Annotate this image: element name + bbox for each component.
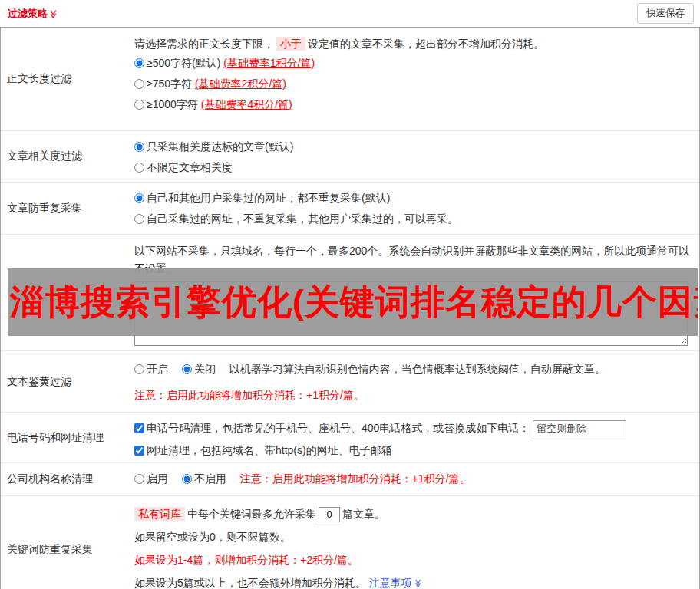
double-chevron-down-icon: ≫ [48, 9, 58, 18]
relevance-strict-option[interactable]: 只采集相关度达标的文章(默认) [134, 140, 293, 153]
watermark-banner: 淄博搜索引擎优化(关键词排名稳定的几个因素 [8, 268, 698, 336]
dedup-self-radio[interactable] [134, 214, 144, 224]
lessthan-highlight: 小于 [276, 37, 305, 51]
company-off-radio[interactable] [182, 474, 192, 484]
company-off-option[interactable]: 不启用 [182, 472, 226, 485]
keyword-note-free: 如果设为5篇或以上，也不会额外增加积分消耗。 注意事项≫ [134, 571, 693, 589]
row-label: 正文长度过滤 [1, 28, 131, 130]
keyword-limit-line: 私有词库中每个关键词最多允许采集篇文章。 [134, 502, 693, 525]
porn-off-option[interactable]: 关闭 [182, 363, 216, 375]
private-lexicon-highlight: 私有词库 [134, 507, 185, 521]
url-clean-checkbox[interactable] [134, 446, 144, 456]
phone-clean-option[interactable]: 电话号码清理，包括常见的手机号、座机号、400电话格式，或替换成如下电话： [134, 422, 530, 434]
length-option-500-label[interactable]: ≥500字符(默认) (基础费率1积分/篇) [134, 57, 315, 69]
row-keyword-dedup: 关键词防重复采集 私有词库中每个关键词最多允许采集篇文章。 如果留空或设为0，则… [1, 496, 699, 589]
dedup-all-option[interactable]: 自己和其他用户采集过的网址，都不重复采集(默认) [134, 192, 390, 204]
page-header: 过滤策略≫ 快速保存 [0, 0, 700, 27]
length-option-500: ≥500字符(默认) (基础费率1积分/篇) [134, 53, 693, 74]
length-option-1000: ≥1000字符 (基础费率4积分/篇) [134, 94, 693, 115]
phone-clean-checkbox[interactable] [134, 423, 144, 433]
row-porn-filter: 文本鉴黄过滤 开启 关闭 以机器学习算法自动识别色情内容，当色情概率达到系统阈值… [1, 351, 699, 413]
relevance-any-radio[interactable] [134, 163, 144, 173]
length-1000-radio[interactable] [134, 100, 144, 110]
row-length-filter: 正文长度过滤 请选择需求的正文长度下限，小于设定值的文章不采集，超出部分不增加积… [1, 28, 699, 131]
filter-strategy-label: 过滤策略 [8, 8, 48, 19]
company-clean-note: 注意：启用此功能将增加积分消耗：+1积分/篇。 [240, 472, 471, 485]
keyword-note-unlimited: 如果留空或设为0，则不限篇数。 [134, 525, 693, 548]
relevance-strict-radio[interactable] [134, 142, 144, 152]
row-relevance-filter: 文章相关度过滤 只采集相关度达标的文章(默认) 不限定文章相关度 [1, 131, 699, 183]
rate-note: (基础费率2积分/篇) [195, 77, 286, 90]
length-option-1000-label[interactable]: ≥1000字符 (基础费率4积分/篇) [134, 98, 292, 110]
filter-strategy-toggle[interactable]: 过滤策略≫ [8, 7, 58, 21]
relevance-any-option[interactable]: 不限定文章相关度 [134, 161, 233, 173]
keyword-note-cost: 如果设为1-4篇，则增加积分消耗：+2积分/篇。 [134, 548, 693, 571]
porn-filter-desc: 以机器学习算法自动识别色情内容，当色情概率达到系统阈值，自动屏蔽文章。 [229, 363, 606, 375]
dedup-all-radio[interactable] [134, 193, 144, 203]
replacement-phone-input[interactable] [533, 420, 626, 436]
porn-on-option[interactable]: 开启 [134, 363, 168, 375]
porn-off-radio[interactable] [182, 364, 192, 374]
row-label: 文章相关度过滤 [1, 131, 131, 182]
rate-note: (基础费率1积分/篇) [223, 57, 315, 69]
row-phone-url-clean: 电话号码和网址清理 电话号码清理，包括常见的手机号、座机号、400电话格式，或替… [1, 413, 699, 463]
watermark-text: 淄博搜索引擎优化(关键词排名稳定的几个因素 [8, 279, 698, 325]
rate-note: (基础费率4积分/篇) [201, 98, 292, 110]
double-chevron-down-icon: ≫ [406, 579, 429, 588]
quick-save-button[interactable]: 快速保存 [637, 3, 694, 24]
dedup-self-option[interactable]: 自己采集过的网址，不重复采集，其他用户采集过的，可以再采。 [134, 212, 458, 225]
company-on-option[interactable]: 启用 [134, 472, 168, 485]
url-clean-option[interactable]: 网址清理，包括纯域名、带http(s)的网址、电子邮箱 [134, 444, 392, 456]
row-dedup-filter: 文章防重复采集 自己和其他用户采集过的网址，都不重复采集(默认) 自己采集过的网… [1, 183, 699, 235]
porn-on-radio[interactable] [134, 364, 144, 374]
length-750-radio[interactable] [134, 79, 144, 89]
row-label: 文章防重复采集 [1, 183, 131, 234]
notice-link[interactable]: 注意事项≫ [369, 577, 423, 589]
length-filter-desc: 请选择需求的正文长度下限，小于设定值的文章不采集，超出部分不增加积分消耗。 [134, 35, 693, 53]
row-company-clean: 公司机构名称清理 启用 不启用 注意：启用此功能将增加积分消耗：+1积分/篇。 [1, 463, 699, 496]
length-option-750: ≥750字符 (基础费率2积分/篇) [134, 74, 693, 94]
row-label: 电话号码和网址清理 [1, 413, 131, 462]
company-on-radio[interactable] [134, 474, 144, 484]
row-label: 关键词防重复采集 [1, 496, 131, 589]
row-label: 公司机构名称清理 [1, 463, 131, 495]
porn-filter-note: 注意：启用此功能将增加积分消耗：+1积分/篇。 [134, 386, 693, 404]
length-500-radio[interactable] [134, 58, 144, 68]
length-option-750-label[interactable]: ≥750字符 (基础费率2积分/篇) [134, 77, 286, 90]
row-label: 文本鉴黄过滤 [1, 351, 131, 412]
keyword-limit-input[interactable] [319, 507, 340, 522]
